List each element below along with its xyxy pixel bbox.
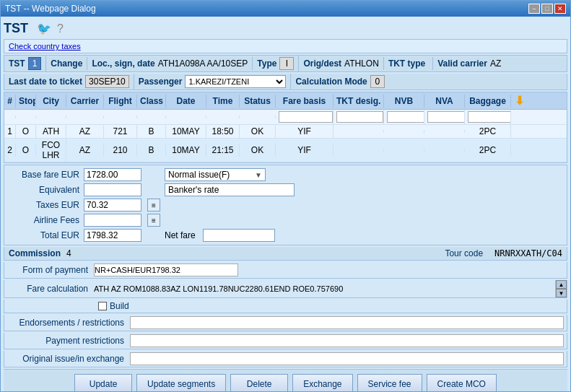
- passenger-row: Last date to ticket 30SEP10 Passenger 1.…: [4, 74, 567, 90]
- row2-fare: YIF: [276, 144, 334, 157]
- check-country-taxes-link[interactable]: Check country taxes: [9, 42, 81, 51]
- issuetype-select[interactable]: Normal issue(F) ▼: [165, 168, 266, 181]
- build-label: Build: [110, 301, 129, 311]
- original-issue-row: Original issue/in exchange: [4, 351, 567, 367]
- fare-input[interactable]: [279, 111, 333, 123]
- row2-stop: O: [16, 144, 36, 157]
- app-header: TST 🐦 ?: [4, 19, 567, 38]
- close-button[interactable]: ✕: [554, 4, 566, 14]
- maximize-button[interactable]: □: [541, 4, 553, 14]
- taxes-input[interactable]: [84, 199, 141, 212]
- basefare-input[interactable]: [84, 168, 141, 181]
- issuetype-value: Normal issue(F): [168, 170, 230, 180]
- endorsements-row: Endorsements / restrictions: [4, 315, 567, 331]
- taxes-detail-button[interactable]: ≡: [147, 199, 160, 212]
- update-button[interactable]: Update: [74, 374, 132, 391]
- basefare-label: Base fare EUR: [7, 170, 79, 180]
- app-title: TST: [4, 21, 28, 36]
- total-input[interactable]: [84, 229, 141, 242]
- type-label: Type: [257, 58, 276, 69]
- main-window: TST -- Webpage Dialog − □ ✕ TST 🐦 ? Chec…: [0, 0, 571, 392]
- row1-city: ATH: [36, 125, 66, 138]
- airlinefees-input[interactable]: [84, 214, 141, 227]
- row2-nvb: [384, 149, 424, 152]
- row2-extra: [511, 149, 527, 152]
- equivalent-label: Equivalent: [7, 185, 79, 195]
- scroll-up-button[interactable]: ▲: [556, 280, 567, 289]
- locsigndate-cell: Loc., sign, date ATH1A098A AA/10SEP: [87, 57, 253, 70]
- netfare-label: Net fare: [165, 230, 196, 240]
- nvb-input[interactable]: [387, 111, 424, 123]
- payment-restrictions-input[interactable]: [130, 334, 564, 347]
- table-input-row: [4, 110, 567, 125]
- nva-input[interactable]: [427, 111, 465, 123]
- origdest-label: Orig/dest: [303, 58, 341, 69]
- row2-baggage: 2PC: [465, 144, 511, 157]
- validcarrier-label: Valid carrier: [437, 58, 487, 69]
- payment-input[interactable]: [94, 263, 238, 276]
- exchange-button[interactable]: Exchange: [292, 374, 352, 391]
- commission-value: 4: [66, 248, 88, 258]
- farecalc-scrollbar: ▲ ▼: [555, 280, 567, 297]
- input-flight: [104, 116, 137, 118]
- minimize-button[interactable]: −: [528, 4, 540, 14]
- header-nvb: NVB: [384, 95, 424, 108]
- lastdate-cell: Last date to ticket 30SEP10: [4, 74, 134, 90]
- airlinefees-detail-button[interactable]: ≡: [147, 214, 160, 227]
- row1-nvb: [384, 130, 424, 133]
- equivalent-input[interactable]: [84, 183, 141, 196]
- build-checkbox[interactable]: [98, 302, 107, 310]
- farecalc-value: ATH AZ ROM1088.83AZ LON1191.78NUC2280.61…: [94, 284, 343, 293]
- header-city: City: [36, 95, 66, 108]
- title-bar: TST -- Webpage Dialog − □ ✕: [1, 1, 570, 17]
- link-bar: Check country taxes: [4, 39, 567, 53]
- commission-label: Commission: [9, 248, 61, 258]
- row2-carrier: AZ: [66, 144, 104, 157]
- row1-extra: [511, 130, 527, 133]
- passenger-label: Passenger: [139, 77, 183, 87]
- main-content: TST 🐦 ? Check country taxes TST 1 Change…: [1, 17, 570, 391]
- download-arrow-icon[interactable]: ⬇: [515, 95, 524, 107]
- row1-nva: [424, 130, 465, 133]
- service-fee-button[interactable]: Service fee: [357, 374, 422, 391]
- passenger-select[interactable]: 1.KAREZI/TZENI: [185, 75, 286, 88]
- netfare-field[interactable]: [203, 229, 275, 242]
- help-icon[interactable]: ?: [57, 22, 64, 35]
- row1-baggage: 2PC: [465, 125, 511, 138]
- row2-city-lhr: LHR: [42, 150, 59, 160]
- row1-num: 1: [4, 125, 16, 138]
- calcmode-cell: Calculation Mode 0: [291, 74, 388, 90]
- lastdate-label: Last date to ticket: [9, 77, 82, 87]
- input-time: [206, 116, 240, 118]
- equivalent-row: Equivalent Banker's rate: [7, 183, 564, 196]
- tkt-input[interactable]: [336, 111, 383, 123]
- input-city: [36, 116, 66, 118]
- button-bar: Update Update segments Delete Exchange S…: [4, 369, 567, 391]
- row2-status: OK: [240, 144, 276, 157]
- input-bag: [465, 110, 511, 124]
- create-mco-button[interactable]: Create MCO: [427, 374, 497, 391]
- total-label: Total EUR: [7, 230, 79, 240]
- bag-input[interactable]: [468, 111, 511, 123]
- type-cell: Type I: [253, 56, 299, 71]
- original-issue-input[interactable]: [130, 352, 564, 365]
- airlinefees-label: Airline Fees: [7, 215, 79, 225]
- table-row: 2 O FCO LHR AZ 210 B 10MAY 21:15 OK YIF …: [4, 139, 567, 162]
- header-time: Time: [206, 95, 240, 108]
- scroll-down-button[interactable]: ▼: [556, 289, 567, 297]
- table-row: 1 O ATH AZ 721 B 10MAY 18:50 OK YIF 2PC: [4, 125, 567, 139]
- farecalc-label: Fare calculation: [7, 284, 94, 294]
- header-tkt: TKT desig.: [334, 95, 384, 108]
- change-cell[interactable]: Change: [46, 57, 87, 70]
- taxes-row: Taxes EUR ≡: [7, 199, 564, 212]
- tourcode-value: NRNRXXATH/C04: [494, 248, 562, 258]
- update-segments-button[interactable]: Update segments: [136, 374, 226, 391]
- row2-city: FCO LHR: [36, 139, 66, 162]
- input-status: [240, 116, 276, 118]
- delete-button[interactable]: Delete: [230, 374, 288, 391]
- bird-icon[interactable]: 🐦: [37, 22, 51, 35]
- calcmode-value: 0: [370, 75, 385, 88]
- row2-tkt: [334, 149, 384, 152]
- validcarrier-value: AZ: [490, 58, 501, 69]
- endorsements-input[interactable]: [130, 316, 564, 329]
